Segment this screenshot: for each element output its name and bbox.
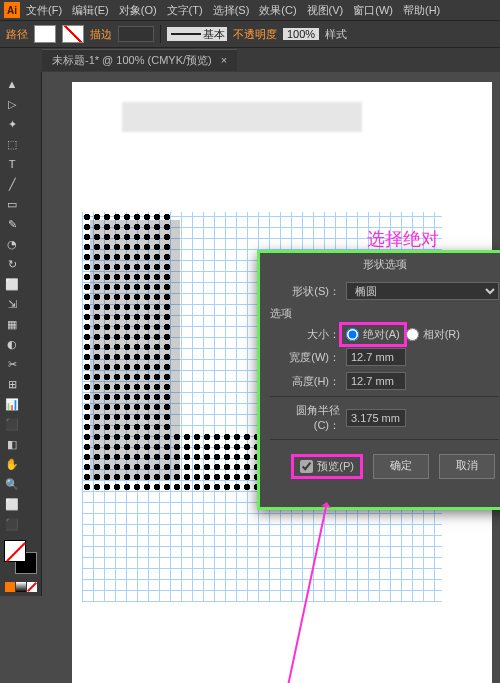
- path-label: 路径: [6, 27, 28, 42]
- tool-22[interactable]: ⬛: [3, 515, 21, 533]
- stroke-swatch[interactable]: [62, 25, 84, 43]
- color-swatches[interactable]: [2, 538, 39, 576]
- tool-6[interactable]: ▭: [3, 195, 21, 213]
- tool-1[interactable]: ▷: [3, 95, 21, 113]
- opacity-label: 不透明度: [233, 27, 277, 42]
- document-tab[interactable]: 未标题-1* @ 100% (CMYK/预览) ×: [42, 49, 237, 71]
- menu-file[interactable]: 文件(F): [26, 3, 62, 18]
- close-icon[interactable]: ×: [221, 54, 227, 66]
- absolute-radio[interactable]: 绝对(A): [346, 327, 400, 342]
- options-bar: 路径 描边 基本 不透明度 100% 样式: [0, 20, 500, 48]
- tool-10[interactable]: ⬜: [3, 275, 21, 293]
- tab-title: 未标题-1* @ 100% (CMYK/预览): [52, 54, 212, 66]
- menu-view[interactable]: 视图(V): [307, 3, 344, 18]
- style-label: 样式: [325, 27, 347, 42]
- preview-label: 预览(P): [317, 459, 354, 474]
- tool-20[interactable]: 🔍: [3, 475, 21, 493]
- canvas-area[interactable]: 选择绝对 形状选项 形状(S)： 椭圆 选项 大小： 绝对(A) 相对(R) 宽…: [42, 72, 500, 683]
- tool-18[interactable]: ◧: [3, 435, 21, 453]
- menu-object[interactable]: 对象(O): [119, 3, 157, 18]
- ok-button[interactable]: 确定: [373, 454, 429, 479]
- dialog-title: 形状选项: [260, 253, 500, 276]
- tool-0[interactable]: ▲: [3, 75, 21, 93]
- separator: [160, 25, 161, 43]
- toolbox: ▲▷✦⬚T╱▭✎◔↻⬜⇲▦◐✂⊞📊⬛◧✋🔍⬜⬛: [0, 72, 42, 596]
- tool-17[interactable]: ⬛: [3, 415, 21, 433]
- radius-input[interactable]: [346, 409, 406, 427]
- shape-select[interactable]: 椭圆: [346, 282, 499, 300]
- relative-radio[interactable]: 相对(R): [406, 327, 460, 342]
- tool-5[interactable]: ╱: [3, 175, 21, 193]
- options-label: 选项: [270, 306, 292, 321]
- width-input[interactable]: [346, 348, 406, 366]
- preview-checkbox[interactable]: [300, 460, 313, 473]
- brush-basic[interactable]: 基本: [167, 27, 227, 41]
- height-label: 高度(H)：: [270, 374, 340, 389]
- divider: [270, 439, 499, 440]
- tool-21[interactable]: ⬜: [3, 495, 21, 513]
- fill-swatch[interactable]: [34, 25, 56, 43]
- document-tabs: 未标题-1* @ 100% (CMYK/预览) ×: [0, 48, 500, 72]
- menu-bar: Ai 文件(F) 编辑(E) 对象(O) 文字(T) 选择(S) 效果(C) 视…: [0, 0, 500, 20]
- shape-options-dialog: 形状选项 形状(S)： 椭圆 选项 大小： 绝对(A) 相对(R) 宽度(W)：…: [257, 250, 500, 510]
- tool-16[interactable]: 📊: [3, 395, 21, 413]
- opacity-value[interactable]: 100%: [283, 28, 319, 40]
- tool-11[interactable]: ⇲: [3, 295, 21, 313]
- shape-label: 形状(S)：: [270, 284, 340, 299]
- menu-type[interactable]: 文字(T): [167, 3, 203, 18]
- app-logo: Ai: [4, 2, 20, 18]
- tool-4[interactable]: T: [3, 155, 21, 173]
- artboard: 选择绝对 形状选项 形状(S)： 椭圆 选项 大小： 绝对(A) 相对(R) 宽…: [72, 82, 492, 683]
- tool-14[interactable]: ✂: [3, 355, 21, 373]
- artwork-letter: [82, 212, 282, 532]
- width-label: 宽度(W)：: [270, 350, 340, 365]
- tool-9[interactable]: ↻: [3, 255, 21, 273]
- color-mode-row[interactable]: [4, 582, 37, 592]
- stroke-label: 描边: [90, 27, 112, 42]
- tool-15[interactable]: ⊞: [3, 375, 21, 393]
- cancel-button[interactable]: 取消: [439, 454, 495, 479]
- stroke-weight-input[interactable]: [118, 26, 154, 42]
- menu-edit[interactable]: 编辑(E): [72, 3, 109, 18]
- tool-19[interactable]: ✋: [3, 455, 21, 473]
- divider: [270, 396, 499, 397]
- tool-2[interactable]: ✦: [3, 115, 21, 133]
- redacted-area: [122, 102, 362, 132]
- menu-effect[interactable]: 效果(C): [259, 3, 296, 18]
- menu-help[interactable]: 帮助(H): [403, 3, 440, 18]
- tool-12[interactable]: ▦: [3, 315, 21, 333]
- size-label: 大小：: [270, 327, 340, 342]
- tool-8[interactable]: ◔: [3, 235, 21, 253]
- tool-7[interactable]: ✎: [3, 215, 21, 233]
- menu-window[interactable]: 窗口(W): [353, 3, 393, 18]
- tool-3[interactable]: ⬚: [3, 135, 21, 153]
- tool-13[interactable]: ◐: [3, 335, 21, 353]
- annotation-select-absolute: 选择绝对: [367, 227, 439, 251]
- menu-select[interactable]: 选择(S): [213, 3, 250, 18]
- height-input[interactable]: [346, 372, 406, 390]
- radius-label: 圆角半径(C)：: [270, 403, 340, 433]
